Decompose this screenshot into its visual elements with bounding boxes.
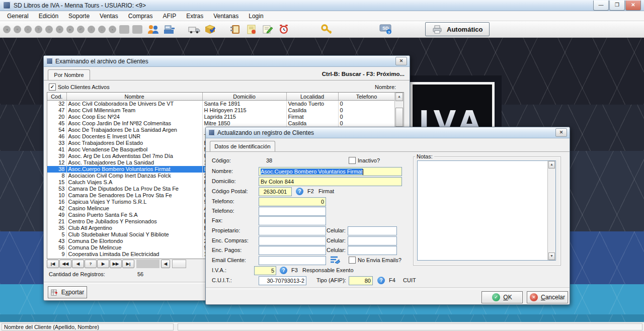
codigo-postal-field[interactable]: 2630-001	[259, 187, 292, 196]
telefono2-field[interactable]	[259, 207, 326, 216]
truck-icon[interactable]	[187, 23, 202, 36]
help-icon[interactable]: ?	[296, 188, 303, 195]
client-row[interactable]: 32 Asoc Civil Colaboradora De Univers De…	[47, 101, 395, 108]
tab-divider	[44, 80, 410, 80]
stock-check-icon[interactable]	[203, 23, 218, 36]
column-header-nombre[interactable]: Nombre	[66, 93, 202, 101]
db-nav-button[interactable]: ▶|	[122, 260, 134, 268]
menu-item[interactable]: Soporte	[63, 12, 95, 21]
tab-datos-identificacion[interactable]: Datos de Identificación	[210, 141, 275, 152]
sd-help-icon[interactable]: SD?	[379, 23, 394, 36]
main-window-title: SD Libros de IVA - Menna Tours - USUARIO…	[14, 2, 146, 9]
menu-item[interactable]: Extras	[181, 12, 208, 21]
toolbar-nav-button[interactable]: ◂	[3, 26, 11, 33]
alarm-icon[interactable]	[276, 23, 291, 36]
toolbar-nav-button[interactable]: ›	[45, 26, 53, 33]
client-row[interactable]: 47 Asoc Civil Millennium Team H Hirigoye…	[47, 107, 395, 114]
propietario-celular-field[interactable]	[348, 226, 397, 235]
toolbar-nav-button[interactable]: ‹	[24, 26, 32, 33]
toolbar-nav-button[interactable]: •	[109, 26, 116, 33]
edit-note-icon[interactable]	[260, 23, 275, 36]
close-icon[interactable]: ✕	[395, 57, 407, 65]
notas-textarea[interactable]: ▲ ▼	[417, 160, 556, 261]
toolbar-nav-button[interactable]: ↑	[88, 26, 95, 33]
enc-pagos-field[interactable]	[259, 246, 326, 255]
menu-item[interactable]: Ventanas	[208, 12, 244, 21]
db-nav-button[interactable]: ◀◀	[59, 260, 71, 268]
key-icon[interactable]	[320, 23, 335, 36]
toolbar-nav-button[interactable]: ?	[35, 26, 42, 33]
ok-button[interactable]: ✓ OK	[481, 291, 523, 303]
client-row[interactable]: 45 Asoc Coop Jardin De Inf Nº82 Colmenit…	[47, 120, 395, 127]
tab-por-nombre[interactable]: Por Nombre	[48, 69, 90, 80]
cuit-description: CUIT	[403, 277, 416, 283]
telefono-field[interactable]: 0	[259, 197, 326, 206]
db-nav-button[interactable]: |◀	[47, 260, 59, 268]
clients-browser-titlebar[interactable]: Examinando el archivo de Clientes ✕	[44, 56, 410, 67]
db-nav-button[interactable]: ?	[85, 260, 97, 268]
export-button[interactable]: Exportar	[48, 286, 87, 298]
scrollbar-thumb[interactable]	[395, 108, 403, 127]
toolbar-nav-button[interactable]: ▸	[66, 26, 74, 33]
toolbar-nav-button[interactable]: »	[56, 26, 63, 33]
address-book-icon[interactable]	[228, 23, 243, 36]
send-email-icon[interactable]	[330, 255, 341, 265]
inactivo-checkbox[interactable]	[349, 157, 356, 164]
nombre-label: Nombre:	[212, 168, 233, 174]
db-nav-button[interactable]: ◀	[72, 260, 84, 268]
column-header-domicilio[interactable]: Domicilio	[202, 93, 286, 101]
hscroll-thumb[interactable]	[172, 260, 186, 268]
help-icon[interactable]: ?	[280, 267, 287, 274]
no-emails-checkbox[interactable]	[349, 257, 356, 264]
hscroll-left-icon[interactable]: ◀	[161, 260, 170, 268]
email-field[interactable]	[259, 256, 326, 265]
close-icon[interactable]: ✕	[555, 128, 567, 137]
status-panel-left: Nombre del Cliente (Apellido, Nombre)	[2, 323, 174, 330]
cancel-button[interactable]: ✕ Cancelar	[527, 291, 568, 303]
column-header-cod[interactable]: Cod.	[47, 93, 66, 101]
minimize-button[interactable]: —	[593, 1, 609, 11]
help-icon[interactable]: ?	[377, 277, 385, 284]
restore-button[interactable]: ❐	[609, 1, 625, 11]
notas-scrollbar[interactable]: ▲ ▼	[547, 161, 555, 260]
menu-bar: GeneralEdiciónSoporteVentasComprasAFIPEx…	[0, 11, 644, 21]
automatic-print-button[interactable]: Automático	[425, 22, 490, 36]
enc-pagos-celular-field[interactable]	[348, 246, 397, 255]
menu-item[interactable]: Edición	[34, 12, 63, 21]
propietario-field[interactable]	[259, 226, 326, 235]
db-nav-button[interactable]: ▶▶	[110, 260, 122, 268]
close-button[interactable]: ✕	[625, 1, 641, 11]
scroll-up-icon[interactable]: ▲	[548, 161, 555, 169]
toolbar-nav-button[interactable]: ↓	[98, 26, 106, 33]
menu-item[interactable]: Ventas	[95, 12, 123, 21]
cash-register-icon[interactable]	[162, 23, 177, 36]
domicilio-field[interactable]: Bv Colon 844	[259, 177, 402, 186]
column-header-telefono[interactable]: Telefono	[338, 93, 395, 101]
client-edit-titlebar[interactable]: Actualizando un registro de Clientes ✕	[206, 127, 570, 138]
menu-item[interactable]: Compras	[123, 12, 158, 21]
toolbar-nav-button[interactable]: «	[14, 26, 21, 33]
enc-compras-celular-field[interactable]	[348, 236, 397, 245]
active-clients-checkbox[interactable]: ✓	[49, 84, 56, 91]
menu-item[interactable]: General	[2, 12, 34, 21]
enc-compras-field[interactable]	[259, 236, 326, 245]
iva-field[interactable]: 5	[254, 266, 276, 275]
clients-icon[interactable]	[145, 23, 160, 36]
cuit-field[interactable]: 30-70793013-2	[259, 276, 306, 285]
window-title: Examinando el archivo de Clientes	[55, 58, 148, 65]
client-row[interactable]: 20 Asoc Coop Esc Nº24 Laprida 2115 Firma…	[47, 114, 395, 120]
hscroll-track[interactable]	[136, 260, 159, 268]
column-header-localidad[interactable]: Localidad	[286, 93, 338, 101]
menu-item[interactable]: AFIP	[157, 12, 181, 21]
scroll-up-icon[interactable]: ▲	[395, 93, 403, 101]
tipo-afip-field[interactable]: 80	[349, 276, 373, 285]
toolbar-square-button[interactable]	[132, 25, 142, 34]
receipt-icon[interactable]	[244, 23, 259, 36]
menu-item[interactable]: Login	[244, 12, 268, 21]
scroll-down-icon[interactable]: ▼	[548, 253, 555, 260]
nombre-field[interactable]: Asoc.Cuerpo Bombero Voluntarios Firmat	[259, 167, 402, 176]
toolbar-square-button[interactable]	[119, 25, 129, 34]
db-nav-button[interactable]: ▶	[97, 260, 109, 268]
toolbar-nav-button[interactable]: ↶	[77, 26, 85, 33]
fax-field[interactable]	[259, 216, 326, 225]
